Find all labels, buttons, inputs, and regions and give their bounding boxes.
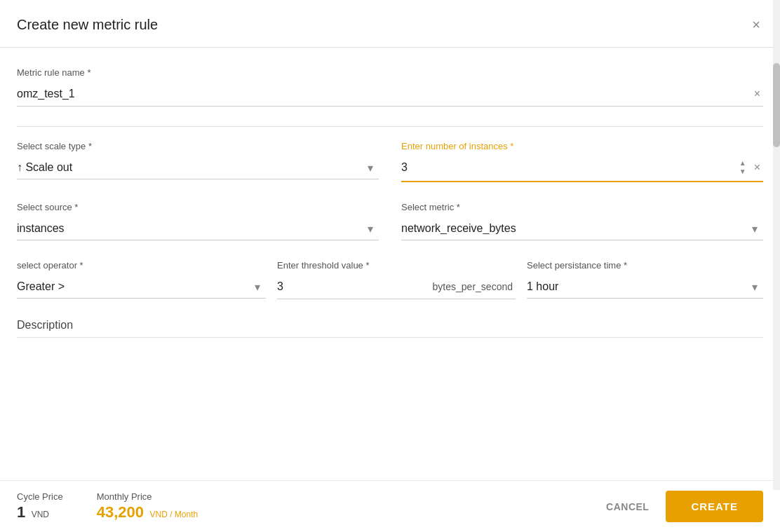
persistance-group: Select persistance time * 1 hour 30 minu… [527, 260, 763, 299]
operator-select[interactable]: Greater > Less < Equal = [17, 275, 266, 299]
modal-header: Create new metric rule × [0, 0, 780, 48]
scale-type-group: Select scale type * ↑ Scale out ↓ Scale … [17, 141, 379, 182]
threshold-group: Enter threshold value * bytes_per_second [277, 260, 516, 299]
persistance-select-wrapper: 1 hour 30 minutes 2 hours ▾ [527, 275, 763, 299]
metric-rule-name-input[interactable] [17, 82, 751, 106]
scale-type-select-wrapper: ↑ Scale out ↓ Scale in ▾ [17, 156, 379, 179]
cycle-price-label: Cycle Price [17, 491, 63, 502]
operator-label: select operator * [17, 260, 266, 271]
persistance-select[interactable]: 1 hour 30 minutes 2 hours [527, 275, 763, 299]
cycle-price-value: 1 [17, 503, 25, 521]
instances-spin-up[interactable]: ▲ [737, 159, 748, 168]
threshold-input-wrapper: bytes_per_second [277, 275, 516, 299]
instances-clear-button[interactable]: × [751, 161, 763, 174]
modal-title: Create new metric rule [17, 17, 158, 33]
close-button[interactable]: × [749, 14, 763, 36]
metric-rule-name-label: Metric rule name * [17, 67, 763, 78]
threshold-row: select operator * Greater > Less < Equal… [17, 260, 763, 299]
modal-body: Metric rule name * × Select scale type *… [0, 48, 780, 480]
cycle-price-row: 1 VND [17, 503, 63, 521]
instances-spin-down[interactable]: ▼ [737, 168, 748, 176]
instances-group: Enter number of instances * ▲ ▼ × [401, 141, 763, 182]
pricing-info: Cycle Price 1 VND Monthly Price 43,200 V… [17, 491, 198, 521]
scrollbar-thumb [773, 63, 780, 147]
monthly-price-value: 43,200 [97, 503, 144, 521]
description-title: Description [17, 319, 763, 338]
instances-spin-buttons: ▲ ▼ [737, 159, 748, 176]
cycle-price-unit: VND [32, 510, 49, 519]
monthly-price-label: Monthly Price [97, 491, 198, 502]
scrollbar-track[interactable] [773, 0, 780, 490]
source-label: Select source * [17, 202, 379, 212]
source-select-wrapper: instances ▾ [17, 217, 379, 240]
threshold-input[interactable] [277, 275, 433, 299]
create-button[interactable]: CREATE [666, 491, 763, 522]
instances-input-wrapper: ▲ ▼ × [401, 156, 763, 182]
persistance-label: Select persistance time * [527, 260, 763, 271]
modal-footer: Cycle Price 1 VND Monthly Price 43,200 V… [0, 480, 780, 532]
scale-type-select[interactable]: ↑ Scale out ↓ Scale in [17, 156, 379, 179]
metric-name-clear-button[interactable]: × [751, 88, 763, 100]
metric-group: Select metric * network_receive_bytes cp… [401, 202, 763, 240]
monthly-price-block: Monthly Price 43,200 VND / Month [97, 491, 198, 521]
scale-instances-row: Select scale type * ↑ Scale out ↓ Scale … [17, 141, 763, 182]
monthly-price-row: 43,200 VND / Month [97, 503, 198, 521]
source-select[interactable]: instances [17, 217, 379, 240]
cycle-price-block: Cycle Price 1 VND [17, 491, 63, 521]
modal-container: Create new metric rule × Metric rule nam… [0, 0, 780, 532]
threshold-label: Enter threshold value * [277, 260, 516, 271]
description-section: Description [17, 319, 763, 338]
source-metric-row: Select source * instances ▾ Select metri… [17, 202, 763, 240]
operator-group: select operator * Greater > Less < Equal… [17, 260, 266, 299]
footer-actions: CANCEL CREATE [600, 491, 763, 522]
metric-label: Select metric * [401, 202, 763, 212]
threshold-unit: bytes_per_second [433, 281, 516, 292]
metric-select[interactable]: network_receive_bytes cpu_util [401, 217, 763, 240]
instances-input[interactable] [401, 156, 737, 179]
operator-select-wrapper: Greater > Less < Equal = ▾ [17, 275, 266, 299]
metric-select-wrapper: network_receive_bytes cpu_util ▾ [401, 217, 763, 240]
scale-type-label: Select scale type * [17, 141, 379, 151]
metric-rule-name-group: Metric rule name * × [17, 67, 763, 107]
monthly-price-unit: VND / Month [150, 510, 199, 519]
source-group: Select source * instances ▾ [17, 202, 379, 240]
instances-label: Enter number of instances * [401, 141, 763, 151]
cancel-button[interactable]: CANCEL [600, 493, 654, 521]
